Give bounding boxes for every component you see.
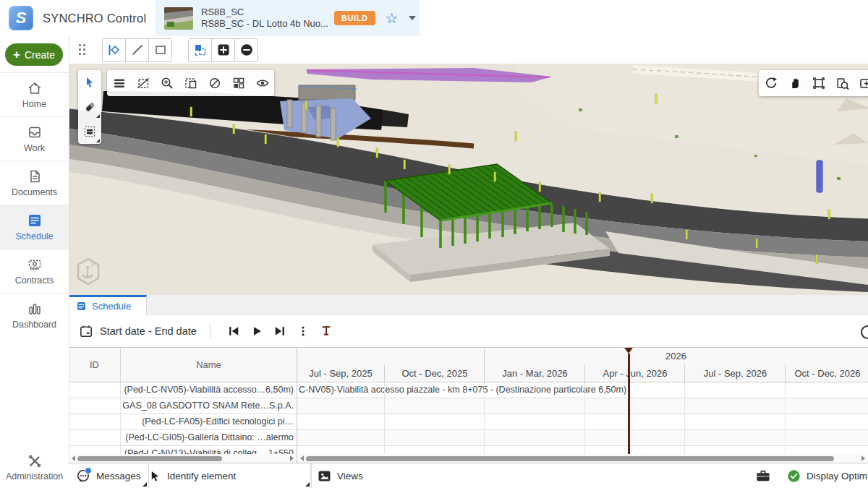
home-icon <box>27 80 43 96</box>
quarter-header: Jul - Sep, 2025 <box>297 365 384 382</box>
add-icon <box>216 43 231 57</box>
sidebar-label: Schedule <box>15 231 53 241</box>
project-chevron-down-icon[interactable] <box>409 16 416 20</box>
timeline-row[interactable] <box>297 414 868 430</box>
views-panel[interactable]: Views <box>310 463 386 488</box>
cursor-icon <box>83 76 96 89</box>
svg-text:js: js <box>90 261 95 267</box>
skip-to-end-button[interactable] <box>268 320 292 343</box>
zoom-extents-button[interactable] <box>807 70 830 96</box>
selection-slash-icon <box>136 76 150 90</box>
toolbar-drag-handle-icon[interactable] <box>79 44 86 56</box>
contracts-banknote-icon <box>27 257 43 273</box>
tab-label: Schedule <box>92 301 131 312</box>
markup-tool-group <box>102 38 172 62</box>
sidebar-item-dashboard[interactable]: Dashboard <box>0 293 69 337</box>
display-optimization-status[interactable]: Display Optim <box>787 469 868 483</box>
select-tool-button[interactable] <box>78 70 101 95</box>
table-horizontal-scrollbar[interactable] <box>69 454 296 463</box>
build-badge: BUILD <box>334 11 375 25</box>
scroll-right-icon[interactable] <box>290 455 294 461</box>
isolate-objects-button[interactable] <box>226 70 250 96</box>
messages-icon <box>76 468 90 483</box>
orbit-button[interactable] <box>759 70 783 96</box>
synchro-logo-icon[interactable]: S <box>9 6 33 30</box>
zoom-in-magnifier-icon <box>160 76 174 90</box>
sidebar-item-home[interactable]: Home <box>0 72 69 116</box>
scroll-left-icon[interactable] <box>72 455 75 461</box>
timeline-row[interactable]: C-NV05)-Viabilità accesso piazzale - km … <box>297 382 868 398</box>
add-model-button[interactable] <box>211 38 235 62</box>
schedule-more-menu-button[interactable] <box>292 320 315 343</box>
scroll-right-icon[interactable] <box>861 455 865 461</box>
play-button[interactable] <box>245 320 268 343</box>
timeline-horizontal-scrollbar[interactable] <box>298 454 867 463</box>
point-snap-tool-button[interactable] <box>102 38 126 62</box>
project-thumbnail <box>164 7 193 30</box>
zoom-in-button[interactable] <box>155 70 179 96</box>
year-label: 2026 <box>484 348 868 365</box>
table-row[interactable]: (Ped-LC-NV05)-Viabilità accesso…6,50m) <box>69 382 297 398</box>
sidebar-item-administration[interactable]: Administration <box>0 446 69 488</box>
subtract-model-button[interactable] <box>234 38 258 62</box>
create-button[interactable]: + Create <box>5 43 63 66</box>
hide-objects-button[interactable] <box>203 70 226 96</box>
scrollbar-thumb[interactable] <box>77 456 222 461</box>
current-date-marker[interactable] <box>628 354 630 458</box>
calendar-icon[interactable] <box>79 324 93 338</box>
sidebar-item-work[interactable]: Work <box>0 116 69 160</box>
skip-start-icon <box>227 325 240 338</box>
identify-element-panel[interactable]: Identify element <box>142 463 312 488</box>
divider <box>210 323 210 339</box>
zoom-window-button[interactable] <box>830 70 854 96</box>
sidebar-item-contracts[interactable]: Contracts <box>0 249 69 293</box>
kebab-menu-icon <box>297 325 310 338</box>
sidebar-item-schedule[interactable]: Schedule <box>0 205 69 249</box>
current-date-marker-head[interactable] <box>624 348 633 354</box>
add-view-button[interactable] <box>854 70 868 96</box>
column-header-name[interactable]: Name <box>121 348 297 382</box>
pan-button[interactable] <box>783 70 807 96</box>
line-tool-button[interactable] <box>125 38 149 62</box>
id-cell <box>69 382 121 398</box>
timeline-marker-tool-button[interactable] <box>315 320 338 343</box>
column-header-id[interactable]: ID <box>69 348 121 382</box>
favorite-star-icon[interactable]: ☆ <box>386 11 399 25</box>
tab-schedule[interactable]: Schedule <box>69 295 147 315</box>
name-cell: (Ped-LC-GI05)-Galleria Dittaino: …alermo <box>121 430 294 445</box>
deselect-region-button[interactable] <box>131 70 155 96</box>
gantt-table: ID Name (Ped-LC-NV05)-Viabilità accesso…… <box>69 348 297 463</box>
table-row[interactable]: (Ped-LC-FA05)-Edifici tecnologici pi… <box>69 414 297 430</box>
search-icon[interactable] <box>861 325 868 339</box>
synchro-control-app: S SYNCHRO Control RS8B_SC RS8B_SC - DL L… <box>0 0 868 488</box>
date-range-label[interactable]: Start date - End date <box>100 325 197 337</box>
compare-models-button[interactable] <box>188 38 212 62</box>
section-box-tool-button[interactable] <box>78 119 101 144</box>
skip-to-start-button[interactable] <box>222 320 245 343</box>
scroll-left-icon[interactable] <box>300 455 304 461</box>
messages-panel[interactable]: Messages <box>69 463 149 488</box>
orbit-icon <box>764 76 778 90</box>
viewport-3d[interactable]: js <box>69 64 868 295</box>
table-row[interactable]: GAS_08 GASDOTTO SNAM Rete…S.p.A. <box>69 398 297 414</box>
timeline-quarter-row: Jul - Sep, 2025 Oct - Dec, 2025 Jan - Ma… <box>297 365 868 382</box>
timeline-row[interactable] <box>297 398 868 414</box>
timeline-row[interactable] <box>297 430 868 446</box>
rectangle-tool-button[interactable] <box>148 38 172 62</box>
measure-tool-button[interactable] <box>78 95 101 119</box>
sidebar-item-documents[interactable]: Documents <box>0 160 69 205</box>
project-selector[interactable]: RS8B_SC RS8B_SC - DL Lotto 4b Nuo... BUI… <box>156 0 420 36</box>
sidebar-label: Work <box>24 143 45 153</box>
table-row[interactable]: (Ped-LC-GI05)-Galleria Dittaino: …alermo <box>69 430 297 446</box>
schedule-tab-icon <box>76 301 87 312</box>
show-all-button[interactable] <box>250 70 274 96</box>
quarter-header: Oct - Dec, 2025 <box>384 365 485 382</box>
layers-menu-button[interactable] <box>107 70 131 96</box>
scrollbar-thumb[interactable] <box>306 456 834 461</box>
clip-plane-button[interactable] <box>179 70 203 96</box>
gantt-timeline[interactable]: 2026 Jul - Sep, 2025 Oct - Dec, 2025 Jan… <box>297 348 868 463</box>
briefcase-icon[interactable] <box>755 468 771 483</box>
dashboard-chart-icon <box>27 301 43 317</box>
section-box-icon <box>83 125 96 138</box>
point-snap-icon <box>107 43 122 57</box>
